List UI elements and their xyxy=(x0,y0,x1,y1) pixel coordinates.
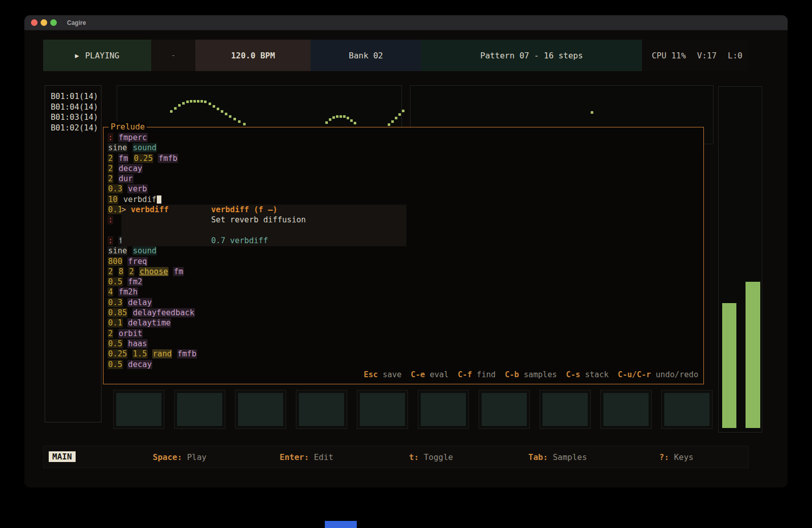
code-line[interactable]: sine sound xyxy=(108,143,699,153)
help-key: C-b xyxy=(505,370,519,379)
code-token: haas xyxy=(127,339,147,348)
waveform-dot xyxy=(354,122,356,124)
bpm-display[interactable]: 120.0 BPM xyxy=(195,40,311,71)
help-label: find xyxy=(472,370,496,379)
code-line[interactable]: 10 verbdif xyxy=(108,194,699,205)
pattern-display[interactable]: Pattern 07 - 16 steps xyxy=(421,40,642,71)
step-cell[interactable] xyxy=(600,390,652,429)
status-key: t: xyxy=(409,452,419,462)
editor-help-line: Esc saveC-e evalC-f findC-b samplesC-s s… xyxy=(355,370,698,380)
editor-help-item: C-u/C-r undo/redo xyxy=(618,370,698,379)
waveform-dot xyxy=(388,123,390,126)
step-cell[interactable] xyxy=(661,390,713,429)
code-line[interactable]: 0.1 delaytime xyxy=(108,318,699,328)
play-icon: ▶ xyxy=(75,52,79,59)
step-cell-fill xyxy=(238,393,283,426)
code-editor-overlay[interactable]: Prelude : fmpercsine sound2 fm 0.25 fmfb… xyxy=(103,127,704,384)
code-token: 2 xyxy=(108,154,113,163)
step-cell[interactable] xyxy=(235,390,286,429)
level-meter-bar xyxy=(746,282,760,428)
playing-status[interactable]: ▶ PLAYING xyxy=(43,40,151,71)
editor-help-item: C-s stack xyxy=(566,370,608,379)
waveform-dot xyxy=(190,100,192,103)
waveform-dot xyxy=(325,121,328,124)
autocomplete-selected-item[interactable]: > verbdiff xyxy=(121,205,168,215)
code-line[interactable]: 0.3 delay xyxy=(108,298,699,308)
zoom-window-button[interactable] xyxy=(50,19,57,26)
waveform-dot xyxy=(186,101,189,103)
code-line[interactable]: sine sound xyxy=(108,246,699,256)
waveform-dot xyxy=(243,123,246,125)
code-token: 0.85 xyxy=(108,308,127,317)
waveform-dot xyxy=(336,115,339,118)
code-line[interactable]: 2 fm 0.25 fmfb xyxy=(108,153,699,163)
code-line[interactable]: 0.3 verb xyxy=(108,184,699,194)
status-bar: MAIN Space: PlayEnter: Editt: ToggleTab:… xyxy=(43,446,749,468)
waveform-dot xyxy=(398,113,401,116)
code-token: dur xyxy=(118,174,133,183)
code-line[interactable]: 0.5 decay xyxy=(108,359,699,370)
pattern-slot-item[interactable]: B01:03(14) xyxy=(51,112,101,123)
step-cell[interactable] xyxy=(296,390,347,429)
code-line[interactable]: 2 decay xyxy=(108,163,699,174)
code-line[interactable]: 2 dur xyxy=(108,174,699,184)
step-cell[interactable] xyxy=(418,390,469,429)
code-token: 0.1 xyxy=(108,318,123,327)
pattern-slot-list: B01:01(14)B01:04(14)B01:03(14)B01:02(14) xyxy=(45,85,101,422)
code-line[interactable]: : fmperc xyxy=(108,133,699,143)
pattern-slot-item[interactable]: B01:04(14) xyxy=(51,102,101,113)
status-label: Samples xyxy=(548,452,587,462)
status-bar-item: Tab: Samples xyxy=(528,452,587,462)
pattern-slot-item[interactable]: B01:02(14) xyxy=(51,123,101,134)
code-line[interactable]: 4 fm2h xyxy=(108,287,699,297)
waveform-dot xyxy=(209,103,211,105)
editor-help-item: Esc save xyxy=(364,370,402,379)
step-cell-fill xyxy=(177,393,222,426)
step-cell[interactable] xyxy=(357,390,408,429)
waveform-dot xyxy=(213,105,215,108)
waveform-dot xyxy=(182,102,185,105)
code-token: delayfeedback xyxy=(132,308,195,317)
waveform-dot xyxy=(402,110,404,112)
code-line[interactable]: 0.85 delayfeedback xyxy=(108,308,699,318)
step-cell[interactable] xyxy=(113,390,164,429)
waveform-dot xyxy=(200,100,203,103)
code-token: 800 xyxy=(108,257,123,266)
code-token: fm2h xyxy=(118,287,138,296)
selection-arrow-icon: > xyxy=(121,205,126,214)
status-label: Toggle xyxy=(419,452,453,462)
transport-dash: - xyxy=(151,40,195,71)
step-cell[interactable] xyxy=(539,390,591,429)
blank-row xyxy=(211,225,306,236)
code-line[interactable]: 0.5 haas xyxy=(108,339,699,349)
close-window-button[interactable] xyxy=(31,19,38,26)
help-label: eval xyxy=(425,370,449,379)
pattern-slot-item[interactable]: B01:01(14) xyxy=(51,91,101,102)
app-window: Cagire ▶ PLAYING - 120.0 BPM Bank 02 Pat… xyxy=(24,15,788,487)
function-description: Set reverb diffusion xyxy=(211,215,306,225)
code-line[interactable]: 0.25 1.5 rand fmfb xyxy=(108,349,699,359)
help-label: undo/redo xyxy=(651,370,698,379)
status-bar-item: ?: Keys xyxy=(659,452,693,462)
waveform-dot xyxy=(347,117,349,119)
help-key: Esc xyxy=(364,370,378,379)
code-token: sound xyxy=(132,246,157,255)
code-token: 2 xyxy=(108,267,113,276)
code-token: decay xyxy=(118,164,143,173)
code-token: 4 xyxy=(108,287,113,296)
code-line[interactable]: 800 freq xyxy=(108,256,699,267)
bank-display[interactable]: Bank 02 xyxy=(311,40,421,71)
bank-label: Bank 02 xyxy=(349,51,383,60)
system-stats: CPU 11% V:17 L:0 xyxy=(642,40,749,71)
code-line[interactable]: 0.5 fm2 xyxy=(108,277,699,287)
transport-bar: ▶ PLAYING - 120.0 BPM Bank 02 Pattern 07… xyxy=(43,40,749,71)
code-token: fmfb xyxy=(158,154,178,163)
step-cell[interactable] xyxy=(174,390,225,429)
minimize-window-button[interactable] xyxy=(41,19,47,26)
code-token: : xyxy=(108,133,113,142)
code-token: 2 xyxy=(108,174,113,183)
step-cell[interactable] xyxy=(479,390,530,429)
code-line[interactable]: 2 8 2 choose fm xyxy=(108,267,699,277)
code-token: 0.25 xyxy=(108,349,127,358)
code-line[interactable]: 2 orbit xyxy=(108,328,699,339)
